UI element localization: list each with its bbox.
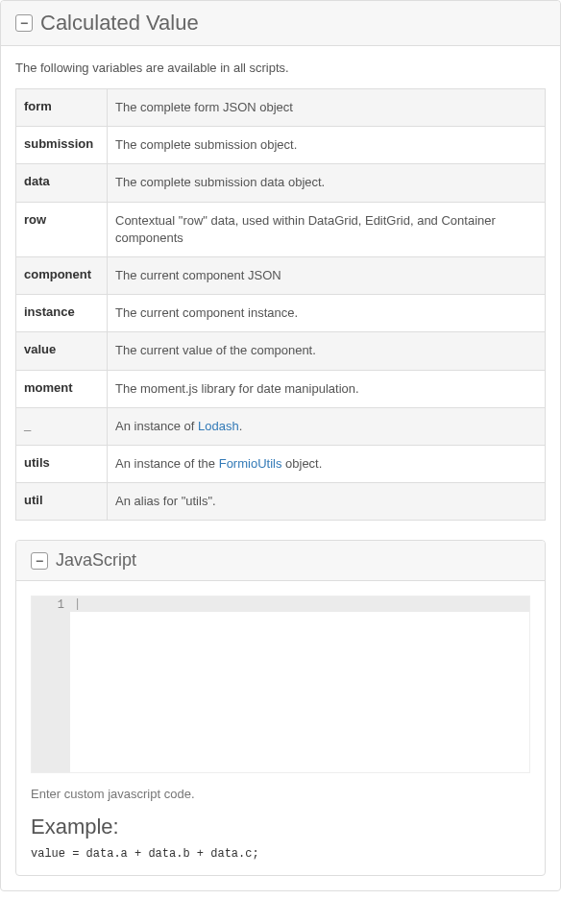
table-row: formThe complete form JSON object: [16, 89, 546, 127]
var-description: The current value of the component.: [108, 332, 546, 370]
var-name: instance: [16, 295, 108, 332]
var-name: utils: [16, 445, 108, 482]
doc-link[interactable]: Lodash: [198, 419, 239, 433]
line-gutter: 1: [32, 596, 70, 772]
collapse-toggle-icon[interactable]: −: [15, 14, 33, 32]
var-description: The moment.js library for date manipulat…: [108, 370, 546, 407]
var-name: data: [16, 164, 108, 202]
code-input-area[interactable]: |: [70, 596, 529, 772]
js-panel-body: 1 | Enter custom javascript code. Exampl…: [16, 581, 545, 875]
table-row: submissionThe complete submission object…: [16, 127, 546, 164]
example-heading: Example:: [31, 815, 530, 839]
doc-link[interactable]: FormioUtils: [219, 456, 282, 471]
var-name: _: [16, 407, 108, 445]
line-number: 1: [58, 598, 64, 612]
panel-body: The following variables are available in…: [1, 46, 560, 890]
table-row: dataThe complete submission data object.: [16, 164, 546, 202]
javascript-panel: − JavaScript 1 | Enter custom javascript…: [15, 540, 546, 876]
var-name: util: [16, 483, 108, 521]
cursor-icon: |: [74, 597, 81, 611]
var-description: The current component instance.: [108, 295, 546, 332]
var-description: An alias for "utils".: [108, 483, 546, 521]
code-editor[interactable]: 1 |: [31, 596, 530, 773]
var-name: component: [16, 256, 108, 294]
table-row: utilsAn instance of the FormioUtils obje…: [16, 445, 546, 482]
panel-title: Calculated Value: [40, 11, 199, 36]
calculated-value-panel: − Calculated Value The following variabl…: [0, 0, 561, 891]
var-description: Contextual "row" data, used within DataG…: [108, 202, 546, 256]
js-panel-title: JavaScript: [56, 550, 136, 571]
var-name: value: [16, 332, 108, 370]
table-row: momentThe moment.js library for date man…: [16, 370, 546, 407]
table-row: valueThe current value of the component.: [16, 332, 546, 370]
intro-text: The following variables are available in…: [15, 61, 546, 75]
table-row: instanceThe current component instance.: [16, 295, 546, 332]
var-description: The complete form JSON object: [108, 89, 546, 127]
var-description: The complete submission data object.: [108, 164, 546, 202]
table-row: utilAn alias for "utils".: [16, 483, 546, 521]
var-description: An instance of Lodash.: [108, 407, 546, 445]
variables-table: formThe complete form JSON objectsubmiss…: [15, 88, 546, 521]
var-name: form: [16, 89, 108, 127]
var-name: submission: [16, 127, 108, 164]
table-row: rowContextual "row" data, used within Da…: [16, 202, 546, 256]
var-name: row: [16, 202, 108, 256]
var-name: moment: [16, 370, 108, 407]
helper-text: Enter custom javascript code.: [31, 787, 530, 801]
calculated-value-heading: − Calculated Value: [1, 1, 560, 46]
table-row: _An instance of Lodash.: [16, 407, 546, 445]
var-description: The complete submission object.: [108, 127, 546, 164]
table-row: componentThe current component JSON: [16, 256, 546, 294]
var-description: An instance of the FormioUtils object.: [108, 445, 546, 482]
example-code: value = data.a + data.b + data.c;: [31, 847, 530, 861]
javascript-heading: − JavaScript: [16, 541, 545, 581]
var-description: The current component JSON: [108, 256, 546, 294]
collapse-toggle-icon[interactable]: −: [31, 552, 48, 570]
